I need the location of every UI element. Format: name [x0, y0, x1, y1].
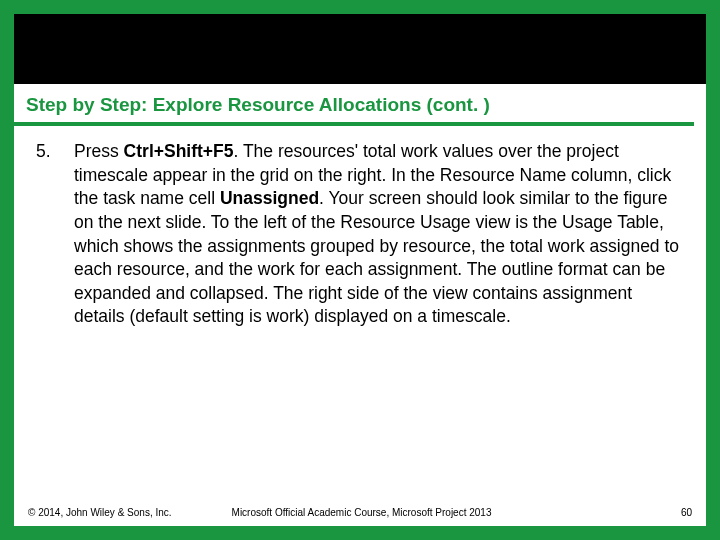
title-area: Step by Step: Explore Resource Allocatio…	[14, 84, 694, 126]
list-item: 5. Press Ctrl+Shift+F5. The resources' t…	[34, 140, 686, 329]
footer-copyright: © 2014, John Wiley & Sons, Inc.	[28, 507, 172, 518]
header-black-bar	[14, 14, 706, 84]
text-pre: Press	[74, 141, 124, 161]
footer-pagenum: 60	[681, 507, 692, 518]
text-bold-shortcut: Ctrl+Shift+F5	[124, 141, 234, 161]
instruction-list: 5. Press Ctrl+Shift+F5. The resources' t…	[34, 140, 686, 329]
item-text: Press Ctrl+Shift+F5. The resources' tota…	[74, 140, 686, 329]
body-content: 5. Press Ctrl+Shift+F5. The resources' t…	[14, 126, 706, 507]
item-number: 5.	[34, 140, 74, 164]
text-post: . Your screen should look similar to the…	[74, 188, 679, 326]
text-bold-unassigned: Unassigned	[220, 188, 319, 208]
slide-title: Step by Step: Explore Resource Allocatio…	[26, 94, 682, 116]
footer-course: Microsoft Official Academic Course, Micr…	[172, 507, 681, 518]
footer: © 2014, John Wiley & Sons, Inc. Microsof…	[14, 507, 706, 526]
slide: Step by Step: Explore Resource Allocatio…	[14, 14, 706, 526]
